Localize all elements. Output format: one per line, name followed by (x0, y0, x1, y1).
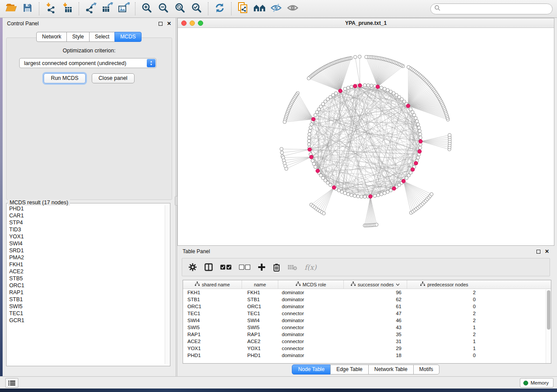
zoom-fit-button[interactable] (172, 1, 188, 16)
network-leaf-node[interactable] (375, 223, 378, 227)
network-node[interactable] (389, 90, 393, 93)
mcds-hub-node[interactable] (332, 186, 336, 189)
add-row-icon[interactable] (258, 263, 266, 271)
table-row[interactable]: SWI4SWI4dominator462 (183, 317, 551, 324)
mcds-hub-node[interactable] (308, 148, 312, 151)
network-node[interactable] (350, 85, 353, 89)
network-node[interactable] (367, 84, 370, 87)
network-node[interactable] (343, 87, 347, 91)
column-header-name[interactable]: name (242, 280, 278, 289)
criterion-select[interactable]: largest connected component (undirected)… (19, 58, 156, 68)
table-row[interactable]: YOX1YOX1connector291 (183, 345, 551, 352)
table-row[interactable]: RAP1RAP1dominator352 (183, 331, 551, 338)
import-network-button[interactable] (42, 1, 59, 16)
mcds-result-item[interactable]: PMA2 (9, 254, 164, 261)
close-panel-icon[interactable]: ✕ (545, 250, 549, 254)
mcds-hub-node[interactable] (369, 195, 373, 199)
memory-button[interactable]: Memory (520, 378, 554, 388)
close-panel-button[interactable]: Close panel (92, 73, 135, 83)
mcds-result-item[interactable]: STB1 (9, 296, 164, 303)
first-neighbors-button[interactable] (251, 1, 268, 16)
mcds-result-list[interactable]: PHD1CAR1STP4TID3YOX1SWI4SRD1PMA2FKH1ACE2… (9, 205, 164, 364)
table-row[interactable]: SWI5SWI5connector431 (183, 324, 551, 331)
tab-select[interactable]: Select (89, 32, 115, 42)
run-mcds-button[interactable]: Run MCDS (44, 73, 85, 83)
network-node[interactable] (363, 195, 367, 199)
network-leaf-node[interactable] (430, 193, 433, 196)
mcds-result-item[interactable]: SRD1 (9, 247, 164, 254)
select-all-icon[interactable] (220, 265, 232, 270)
search-input[interactable] (441, 6, 552, 12)
network-node[interactable] (337, 189, 341, 192)
export-network-button[interactable] (82, 1, 99, 16)
network-node[interactable] (377, 193, 380, 197)
mcds-result-item[interactable]: GCR1 (9, 317, 164, 324)
network-node[interactable] (417, 126, 421, 130)
table-scrollbar-thumb[interactable] (547, 290, 550, 330)
network-titlebar[interactable]: YPA_prune.txt_1 (178, 18, 554, 28)
network-node[interactable] (419, 146, 422, 150)
network-node[interactable] (308, 139, 311, 143)
network-node[interactable] (389, 189, 393, 192)
network-leaf-node[interactable] (448, 134, 451, 137)
mcds-result-item[interactable]: PHD1 (9, 205, 164, 212)
mcds-hub-node[interactable] (316, 169, 320, 173)
table-row[interactable]: ACE2ACE2connector311 (183, 338, 551, 345)
save-session-button[interactable] (19, 1, 36, 16)
show-columns-icon[interactable] (204, 263, 213, 271)
table-row[interactable]: PHD1PHD1dominator180 (183, 352, 551, 359)
mcds-hub-node[interactable] (353, 84, 357, 88)
mcds-hub-node[interactable] (406, 104, 410, 108)
tab-node-table[interactable]: Node Table (292, 364, 331, 375)
mcds-hub-node[interactable] (414, 162, 418, 165)
network-node[interactable] (356, 195, 360, 198)
mcds-result-item[interactable]: STP4 (9, 219, 164, 226)
zoom-selected-button[interactable] (188, 1, 205, 16)
delete-row-trash-icon[interactable] (273, 263, 280, 272)
column-header-shared-name[interactable]: shared name (183, 280, 242, 289)
network-node[interactable] (314, 165, 317, 169)
network-node[interactable] (312, 162, 316, 166)
network-leaf-node[interactable] (358, 55, 361, 58)
network-leaf-node[interactable] (280, 151, 284, 155)
mcds-hub-node[interactable] (392, 186, 396, 190)
mcds-result-item[interactable]: CAR1 (9, 212, 164, 219)
column-header-MCDS-role[interactable]: MCDS role (278, 280, 344, 289)
network-leaf-node[interactable] (407, 65, 410, 69)
column-header-successor-nodes[interactable]: successor nodes (344, 280, 407, 289)
network-node[interactable] (346, 193, 350, 196)
open-file-button[interactable] (3, 1, 19, 16)
tab-network[interactable]: Network (36, 32, 67, 42)
network-node[interactable] (360, 195, 363, 199)
network-leaf-node[interactable] (353, 55, 357, 59)
mcds-result-item[interactable]: SWI4 (9, 240, 164, 247)
tab-mcds[interactable]: MCDS (114, 32, 141, 42)
show-all-button[interactable] (284, 1, 301, 16)
network-leaf-node[interactable] (283, 120, 287, 124)
mcds-hub-node[interactable] (419, 140, 422, 144)
network-node[interactable] (386, 190, 390, 194)
network-node[interactable] (363, 83, 367, 87)
network-node[interactable] (350, 193, 353, 197)
float-panel-icon[interactable] (536, 250, 540, 254)
table-row[interactable]: ORC1ORC1dominator610 (183, 303, 551, 310)
deselect-all-icon[interactable] (239, 265, 250, 270)
table-scrollbar[interactable] (546, 289, 550, 363)
mcds-result-item[interactable]: SWI5 (9, 303, 164, 310)
network-node[interactable] (386, 89, 390, 92)
column-header-predecessor-nodes[interactable]: predecessor nodes (407, 280, 481, 289)
network-leaf-node[interactable] (365, 55, 368, 59)
network-node[interactable] (418, 129, 422, 133)
close-panel-icon[interactable]: ✕ (167, 22, 171, 26)
float-panel-icon[interactable] (159, 22, 163, 26)
network-node[interactable] (310, 123, 313, 126)
network-node[interactable] (373, 194, 377, 198)
network-leaf-node[interactable] (280, 148, 284, 151)
zoom-in-button[interactable] (138, 1, 155, 16)
zoom-out-button[interactable] (155, 1, 172, 16)
mcds-result-item[interactable]: YOX1 (9, 233, 164, 240)
mcds-hub-node[interactable] (418, 150, 422, 154)
show-panels-list-button[interactable] (5, 378, 18, 388)
network-node[interactable] (329, 183, 332, 187)
network-leaf-node[interactable] (285, 167, 288, 171)
